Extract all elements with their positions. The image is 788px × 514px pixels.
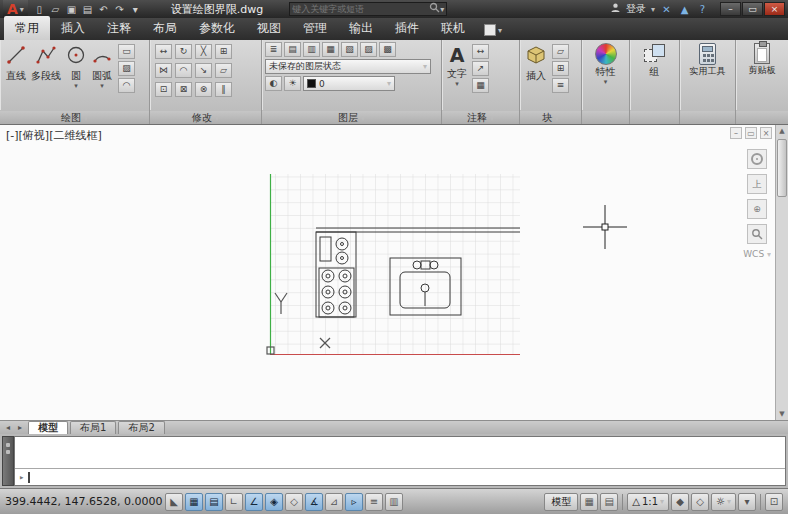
grid-display-toggle[interactable]: ▤: [205, 493, 223, 511]
save-icon[interactable]: ▣: [64, 2, 79, 17]
text-button[interactable]: A 文字 ▾: [445, 42, 469, 110]
polar-tracking-toggle[interactable]: ∠: [245, 493, 263, 511]
arc-button[interactable]: 圆弧 ▾: [89, 42, 115, 110]
dynamic-ucs-toggle[interactable]: ⊿: [325, 493, 343, 511]
new-icon[interactable]: ▯: [32, 2, 47, 17]
command-area[interactable]: 指定右上角点 <420.0000,297.0000>: 297,210 命令: …: [14, 436, 786, 486]
tab-home[interactable]: 常用: [4, 16, 50, 40]
3d-object-snap-toggle[interactable]: ◇: [285, 493, 303, 511]
rectangle-icon[interactable]: ▭: [118, 44, 135, 59]
annotation-autoscale-icon[interactable]: ◇: [691, 493, 709, 511]
layer-freeze-icon[interactable]: ▦: [322, 42, 339, 57]
dimension-icon[interactable]: ↔: [472, 44, 489, 59]
mirror-icon[interactable]: ⋈: [155, 63, 172, 78]
snap-mode-toggle[interactable]: ▦: [185, 493, 203, 511]
panel-annotation-footer[interactable]: 注释 ▾: [442, 110, 519, 124]
wcs-dropdown[interactable]: WCS ▾: [743, 249, 771, 259]
search-caret-icon[interactable]: ▾: [440, 5, 444, 14]
redo-icon[interactable]: ↷: [112, 2, 127, 17]
communication-center-icon[interactable]: ▲: [678, 4, 691, 15]
command-input-row[interactable]: ▸: [15, 468, 785, 485]
status-menu-caret-icon[interactable]: ▾: [738, 493, 756, 511]
ortho-mode-toggle[interactable]: ∟: [225, 493, 243, 511]
layout-scroll-right-icon[interactable]: ▸: [14, 421, 26, 434]
recent-commands-icon[interactable]: ▸: [19, 472, 24, 482]
properties-button[interactable]: 特性 ▾: [593, 42, 619, 110]
layer-lock-icon[interactable]: ▧: [341, 42, 358, 57]
tab-online[interactable]: 联机: [430, 16, 476, 40]
layer-state-icon[interactable]: ▤: [284, 42, 301, 57]
viewport-controls-label[interactable]: [-][俯视][二维线框]: [6, 128, 102, 143]
tab-output[interactable]: 输出: [338, 16, 384, 40]
help-icon[interactable]: ?: [696, 4, 709, 15]
line-button[interactable]: 直线: [3, 42, 29, 110]
qat-dropdown-icon[interactable]: ▾: [128, 2, 143, 17]
panel-draw-footer[interactable]: 绘图 ▾: [0, 110, 149, 124]
annotation-scale-button[interactable]: △ 1:1 ▾: [627, 493, 669, 511]
arc-caret-icon[interactable]: ▾: [100, 83, 104, 89]
scrollbar-thumb[interactable]: [777, 139, 787, 197]
circle-caret-icon[interactable]: ▾: [74, 83, 78, 89]
layer-state-dropdown[interactable]: 未保存的图层状态 ▾: [265, 59, 431, 74]
block-create-icon[interactable]: ⊞: [552, 61, 569, 76]
tab-model[interactable]: 模型: [28, 421, 68, 434]
block-edit-icon[interactable]: ▱: [552, 44, 569, 59]
layer-off-icon[interactable]: ▨: [360, 42, 377, 57]
window-minimize-button[interactable]: –: [720, 2, 741, 16]
quick-view-layouts-icon[interactable]: ▦: [580, 493, 598, 511]
insert-block-button[interactable]: 插入: [523, 42, 549, 110]
tab-annotate[interactable]: 注释: [96, 16, 142, 40]
panel-layers-footer[interactable]: 图层 ▾: [262, 110, 441, 124]
layer-dropdown[interactable]: 0 ▾: [303, 76, 395, 91]
model-space-button[interactable]: 模型: [544, 493, 578, 511]
rotate-icon[interactable]: ↻: [175, 44, 192, 59]
clean-screen-icon[interactable]: ⊡: [765, 493, 783, 511]
workspace-switching-button[interactable]: ☼ ▾: [711, 493, 736, 511]
block-attributes-icon[interactable]: ≡: [552, 78, 569, 93]
tab-layout2[interactable]: 布局2: [118, 421, 164, 434]
command-window-grip[interactable]: [2, 436, 14, 486]
ribbon-state-icon[interactable]: [484, 24, 496, 36]
tab-layout[interactable]: 布局: [142, 16, 188, 40]
plot-icon[interactable]: ▤: [80, 2, 95, 17]
text-caret-icon[interactable]: ▾: [455, 81, 459, 87]
explode-icon[interactable]: ⊗: [195, 82, 212, 97]
infer-constraints-toggle[interactable]: ◣: [165, 493, 183, 511]
panel-block-footer[interactable]: 块 ▾: [520, 110, 581, 124]
exchange-apps-icon[interactable]: ✕: [660, 4, 673, 15]
scroll-down-arrow[interactable]: ▼: [776, 408, 788, 420]
panel-modify-footer[interactable]: 修改 ▾: [150, 110, 261, 124]
ribbon-minimize-caret-icon[interactable]: ▾: [498, 26, 502, 35]
erase-icon[interactable]: ⊠: [175, 82, 192, 97]
pan-icon[interactable]: ⊕: [747, 199, 767, 219]
search-input[interactable]: [292, 4, 429, 14]
search-binoculars-icon[interactable]: [429, 2, 440, 16]
circle-button[interactable]: 圆 ▾: [63, 42, 89, 110]
annotation-visibility-icon[interactable]: ◆: [671, 493, 689, 511]
object-snap-tracking-toggle[interactable]: ∡: [305, 493, 323, 511]
zoom-icon[interactable]: [747, 224, 767, 244]
viewport-minimize-icon[interactable]: –: [730, 127, 742, 139]
quick-view-drawings-icon[interactable]: ▤: [600, 493, 618, 511]
properties-caret-icon[interactable]: ▾: [604, 79, 608, 85]
open-icon[interactable]: ▱: [48, 2, 63, 17]
table-icon[interactable]: ▦: [472, 78, 489, 93]
window-restore-button[interactable]: ▭: [742, 2, 763, 16]
stretch-icon[interactable]: ↘: [195, 63, 212, 78]
tab-plugins[interactable]: 插件: [384, 16, 430, 40]
signin-caret-icon[interactable]: ▾: [651, 5, 655, 14]
offset-icon[interactable]: ∥: [215, 82, 232, 97]
trim-icon[interactable]: ╳: [195, 44, 212, 59]
undo-icon[interactable]: ↶: [96, 2, 111, 17]
viewcube-top-button[interactable]: 上: [747, 174, 767, 194]
array-icon[interactable]: ⊡: [155, 82, 172, 97]
copy-icon[interactable]: ⊞: [215, 44, 232, 59]
utilities-button[interactable]: 实用工具: [688, 42, 728, 110]
clipboard-button[interactable]: 剪贴板: [747, 42, 778, 110]
quick-properties-toggle[interactable]: ▥: [385, 493, 403, 511]
scroll-up-arrow[interactable]: ▲: [776, 125, 788, 137]
navigation-wheel-icon[interactable]: [747, 149, 767, 169]
tab-manage[interactable]: 管理: [292, 16, 338, 40]
hatch-icon[interactable]: ▨: [118, 61, 135, 76]
layer-bulb-icon[interactable]: ◐: [265, 76, 282, 91]
